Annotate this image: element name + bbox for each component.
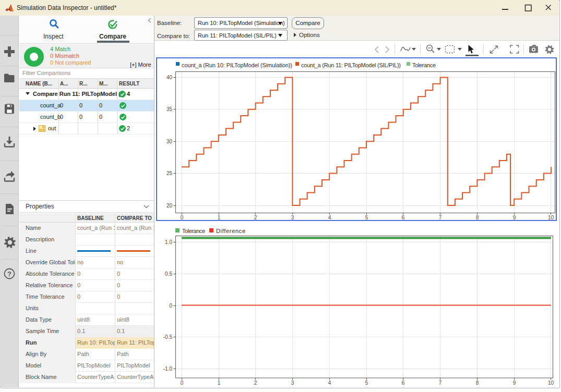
svg-text:?: ? <box>7 270 11 278</box>
